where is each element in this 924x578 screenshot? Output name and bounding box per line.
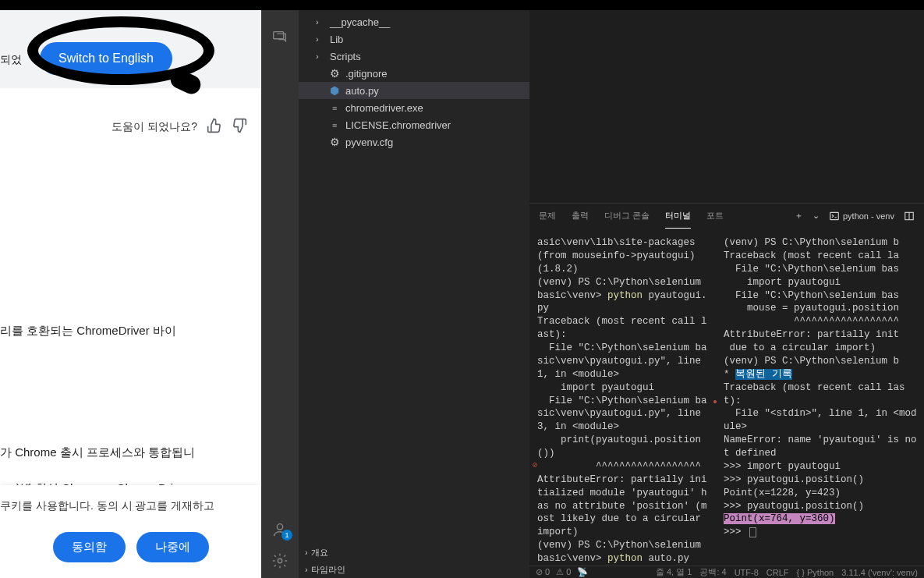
python-file-icon: ⬢ [328,84,341,97]
chevron-right-icon: › [316,51,325,61]
terminal-name: python - venv [843,211,894,221]
terminal-line: Traceback (most recent call last): [537,315,707,342]
file-item[interactable]: ≡chromedriver.exe [299,99,529,116]
settings-gear-icon[interactable] [271,551,289,570]
text-file-icon: ≡ [328,121,341,129]
chevron-right-icon: › [316,17,325,27]
terminal-line: (venv) PS C:\Python\selenium basic\venv>… [537,539,707,566]
gear-icon: ⚙ [328,67,341,80]
status-item[interactable]: 3.11.4 ('venv': venv) [841,568,918,577]
status-errors-icon[interactable]: ⚠ 0 [556,567,571,577]
panel-tab[interactable]: 문제 [539,204,556,228]
activity-bar: 1 [261,10,299,578]
title-bar-fragment [261,0,924,10]
file-item[interactable]: ⚙.gitignore [299,65,529,82]
tree-item-label: LICENSE.chromedriver [345,119,451,131]
chevron-right-icon: › [305,565,308,574]
terminal-line: Point(x=1228, y=423) [724,487,918,500]
timeline-label: 타임라인 [311,564,345,576]
switch-to-english-button[interactable]: Switch to English [40,42,172,75]
folder-item[interactable]: ›Lib [299,30,529,48]
tree-item-label: chromedriver.exe [345,102,423,114]
tree-item-label: .gitignore [345,68,387,80]
cookie-later-button[interactable]: 나중에 [136,532,209,562]
terminal-line: ^^^^^^^^^^^^^^^^^^ [724,315,918,328]
panel-tab[interactable]: 디버그 콘솔 [604,204,650,228]
tree-item-label: __pycache__ [330,16,390,28]
svg-point-1 [277,524,282,530]
terminal-line: (venv) PS C:\Python\selenium b [724,236,918,250]
terminal-selector[interactable]: python - venv [829,211,894,222]
helpful-feedback-row: 도움이 되었나요? [0,88,261,144]
status-item[interactable]: 줄 4, 열 1 [656,566,692,578]
status-warnings-icon[interactable]: ⊘ 0 [536,567,550,577]
editor-empty-region[interactable] [529,10,924,203]
terminal-dropdown-icon[interactable]: ⌄ [812,211,820,221]
accounts-icon[interactable]: 1 [271,520,289,539]
terminal-line: File "C:\Python\selenium bas [724,289,918,303]
tree-item-label: Scripts [330,51,361,62]
terminal-line: File "C:\Python\selenium basic\venv\pyau… [537,342,707,381]
terminal-line: >>> pyautogui.position() [724,500,918,513]
thumbs-down-icon [232,118,247,133]
thumbs-down-button[interactable] [232,118,247,136]
folder-item[interactable]: ›__pycache__ [299,13,529,30]
terminal-line: Traceback (most recent call last): [724,381,918,408]
terminal-line: File "C:\Python\selenium basic\venv\pyau… [537,395,707,434]
terminal-line: due to a circular import) [724,342,918,355]
chevron-right-icon: › [316,34,325,44]
tree-item-label: pyvenv.cfg [345,137,393,148]
panel-tab[interactable]: 터미널 [665,204,691,229]
content-paragraph-1: 리를 호환되는 ChromeDriver 바이 [0,321,261,340]
terminal-line: import pyautogui [537,381,707,395]
terminal-line: print(pyautogui.position()) [537,434,707,460]
terminal-line: AttributeError: partially initialized mo… [537,473,707,539]
terminal-line: File "C:\Python\selenium bas [724,263,918,276]
terminal-line: >>> [724,526,918,539]
terminal-line: mouse = pyautogui.position [724,302,918,315]
terminal-split-right[interactable]: (venv) PS C:\Python\selenium bTraceback … [716,229,924,566]
timeline-section-header[interactable]: › 타임라인 [299,561,529,578]
terminal-line: Point(x=764, y=360) [724,512,918,526]
file-item[interactable]: ≡LICENSE.chromedriver [299,116,529,133]
file-item[interactable]: ⬢auto.py [299,82,529,99]
chevron-right-icon: › [305,548,308,557]
status-item[interactable]: UTF-8 [735,568,759,577]
status-radio-icon[interactable]: 📡 [577,567,588,577]
browser-panel: 되었 Switch to English 도움이 되었나요? 리를 호환되는 C… [0,0,261,578]
terminal-split-left[interactable]: asic\venv\lib\site-packages (from mousei… [529,229,713,566]
terminal-line: (venv) PS C:\Python\selenium basic\venv>… [537,276,707,316]
thumbs-up-icon [207,118,222,133]
browser-banner: 되었 Switch to English [0,10,261,88]
terminal-line: NameError: name 'pyautogui' is not defin… [724,434,918,460]
terminal-line: >>> import pyautogui [724,460,918,473]
terminal-icon [829,211,840,222]
thumbs-up-button[interactable] [207,118,222,136]
split-terminal-icon[interactable] [904,211,915,222]
tree-item-label: Lib [330,34,343,45]
black-bar [0,0,261,10]
terminal-panel: 문제출력디버그 콘솔터미널포트 ＋ ⌄ python - venv [529,203,924,566]
terminal-line: Traceback (most recent call la [724,250,918,263]
terminal-line: import pyautogui [724,276,918,289]
comments-icon[interactable] [271,27,289,46]
terminal-body: asic\venv\lib\site-packages (from mousei… [529,229,924,566]
cookie-agree-button[interactable]: 동의함 [53,532,126,562]
svg-point-2 [278,558,282,563]
terminal-line: asic\venv\lib\site-packages (from mousei… [537,236,707,276]
panel-tab[interactable]: 출력 [572,204,589,228]
status-item[interactable]: { } Python [797,568,834,577]
folder-item[interactable]: ›Scripts [299,48,529,65]
terminal-line: File "<stdin>", line 1, in <module> [724,407,918,434]
terminal-cursor [749,527,756,537]
panel-tab[interactable]: 포트 [706,204,724,228]
file-explorer: ›__pycache__›Lib›Scripts⚙.gitignore⬢auto… [299,10,529,578]
cookie-consent-bar: 쿠키를 사용합니다. 동의 시 광고를 게재하고 동의함 나중에 [0,485,261,578]
gear-icon: ⚙ [328,136,341,148]
file-item[interactable]: ⚙pyvenv.cfg [299,133,529,151]
new-terminal-button[interactable]: ＋ [795,210,803,222]
editor-area: 문제출력디버그 콘솔터미널포트 ＋ ⌄ python - venv [529,10,924,578]
status-item[interactable]: CRLF [766,568,789,577]
outline-section-header[interactable]: › 개요 [299,544,529,561]
status-item[interactable]: 공백: 4 [699,566,726,578]
